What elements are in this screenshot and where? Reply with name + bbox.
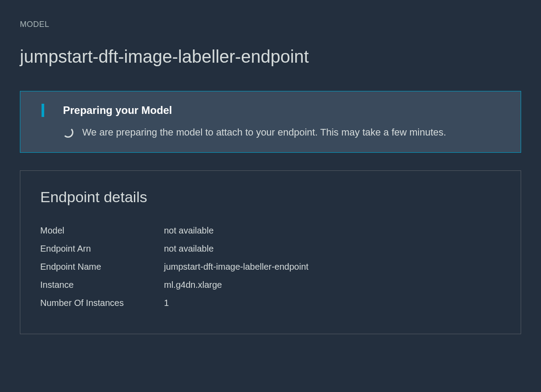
detail-row-instance: Instance ml.g4dn.xlarge: [40, 280, 501, 290]
detail-row-endpoint-arn: Endpoint Arn not available: [40, 244, 501, 254]
endpoint-details-panel: Endpoint details Model not available End…: [20, 170, 521, 334]
detail-label: Endpoint Arn: [40, 244, 164, 254]
detail-value: ml.g4dn.xlarge: [164, 280, 222, 290]
status-panel-message: We are preparing the model to attach to …: [82, 127, 446, 138]
loading-spinner-icon: [63, 127, 73, 138]
status-info-panel: Preparing your Model We are preparing th…: [20, 91, 521, 153]
detail-row-endpoint-name: Endpoint Name jumpstart-dft-image-labell…: [40, 262, 501, 272]
detail-row-number-of-instances: Number Of Instances 1: [40, 298, 501, 308]
breadcrumb-model[interactable]: MODEL: [20, 20, 521, 29]
detail-label: Model: [40, 226, 164, 236]
status-panel-title: Preparing your Model: [63, 104, 172, 117]
detail-label: Endpoint Name: [40, 262, 164, 272]
info-accent-bar: [42, 104, 44, 117]
detail-label: Instance: [40, 280, 164, 290]
detail-label: Number Of Instances: [40, 298, 164, 308]
detail-value: jumpstart-dft-image-labeller-endpoint: [164, 262, 309, 272]
endpoint-details-title: Endpoint details: [40, 188, 501, 206]
detail-value: not available: [164, 244, 213, 254]
detail-value: 1: [164, 298, 169, 308]
page-title: jumpstart-dft-image-labeller-endpoint: [20, 47, 521, 67]
detail-row-model: Model not available: [40, 226, 501, 236]
detail-value: not available: [164, 226, 213, 236]
